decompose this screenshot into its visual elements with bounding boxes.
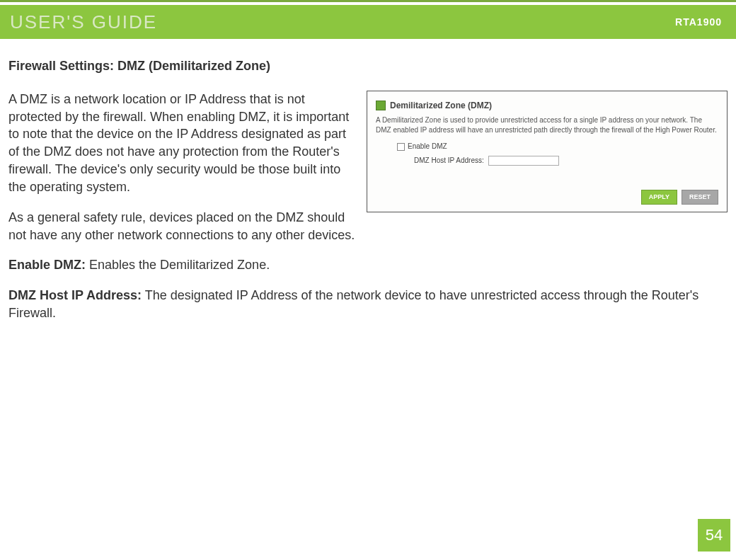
enable-dmz-term: Enable DMZ: xyxy=(8,258,86,272)
enable-dmz-checkbox[interactable] xyxy=(397,143,405,151)
dmz-host-ip-label: DMZ Host IP Address: xyxy=(414,156,484,166)
header-top-border xyxy=(0,0,736,2)
page-content: Firewall Settings: DMZ (Demilitarized Zo… xyxy=(0,39,736,335)
reset-button[interactable]: RESET xyxy=(682,190,718,204)
guide-title: USER'S GUIDE xyxy=(10,11,157,33)
dmz-settings-panel-screenshot: Demilitarized Zone (DMZ) A Demilitarized… xyxy=(367,91,728,212)
dmz-host-term: DMZ Host IP Address: xyxy=(8,288,142,302)
panel-description: A Demilitarized Zone is used to provide … xyxy=(376,115,718,135)
definition-enable-dmz: Enable DMZ: Enables the Demilitarized Zo… xyxy=(8,256,728,274)
intro-paragraph-2: As a general safety rule, devices placed… xyxy=(8,209,728,244)
header-bar: USER'S GUIDE RTA1900 xyxy=(0,5,736,39)
page-number: 54 xyxy=(698,519,730,552)
panel-form: Enable DMZ DMZ Host IP Address: xyxy=(397,142,718,166)
definition-dmz-host-ip: DMZ Host IP Address: The designated IP A… xyxy=(8,287,728,322)
model-number: RTA1900 xyxy=(675,16,722,28)
section-heading: Firewall Settings: DMZ (Demilitarized Zo… xyxy=(8,57,728,75)
panel-title: Demilitarized Zone (DMZ) xyxy=(390,100,492,112)
panel-title-icon xyxy=(376,101,386,110)
apply-button[interactable]: APPLY xyxy=(641,190,677,204)
enable-dmz-definition: Enables the Demilitarized Zone. xyxy=(86,258,270,272)
enable-dmz-label: Enable DMZ xyxy=(408,142,447,152)
dmz-host-ip-input[interactable] xyxy=(488,156,559,166)
